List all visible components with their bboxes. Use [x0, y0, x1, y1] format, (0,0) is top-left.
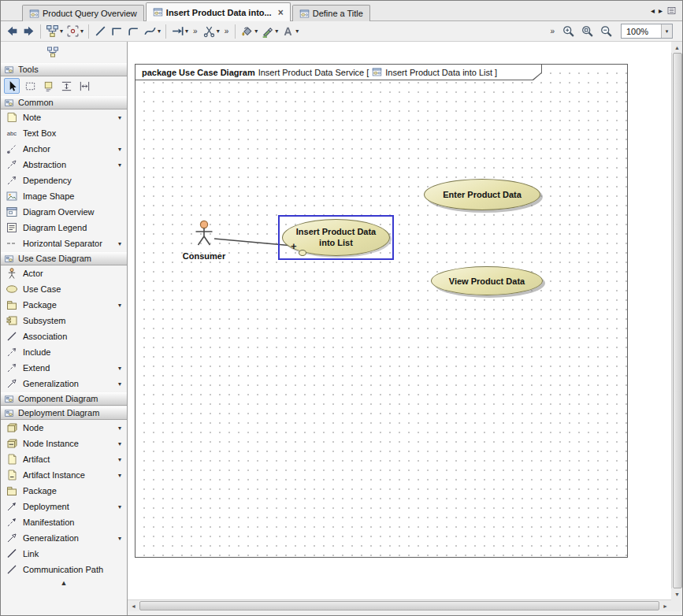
scroll-right-icon[interactable]: ►: [659, 600, 671, 611]
dropdown-arrow-icon[interactable]: ▾: [118, 440, 121, 447]
palette-item-link[interactable]: Link: [1, 546, 127, 562]
dropdown-arrow-icon[interactable]: ▾: [185, 28, 188, 35]
view-overflow-button[interactable]: »: [550, 27, 555, 35]
tool-sticky[interactable]: [40, 78, 56, 94]
palette-item-note[interactable]: Note▾: [1, 109, 127, 125]
preferred-path-button[interactable]: ▾: [169, 23, 190, 40]
grid-options-button[interactable]: ▾: [65, 23, 85, 40]
palette-item-diagram-overview[interactable]: Diagram Overview: [1, 204, 127, 220]
rounded-path-button[interactable]: [125, 23, 142, 40]
palette-item-dependency[interactable]: Dependency: [1, 173, 127, 188]
cut-button[interactable]: ▾: [201, 23, 221, 40]
tab-scroll-left-icon[interactable]: ◂: [651, 6, 655, 15]
palette-section-component-diagram[interactable]: Component Diagram: [1, 391, 127, 406]
palette-item-package[interactable]: Package: [1, 483, 127, 499]
palette-item-artifact-instance[interactable]: Artifact Instance▾: [1, 467, 127, 483]
scroll-down-icon[interactable]: ▼: [671, 588, 683, 599]
dropdown-arrow-icon[interactable]: ▾: [118, 380, 121, 388]
diagram-canvas[interactable]: package Use Case Diagram Insert Product …: [128, 42, 671, 599]
diagram-layout-button[interactable]: ▾: [44, 23, 65, 40]
dropdown-arrow-icon[interactable]: ▾: [60, 28, 63, 35]
palette-item-anchor[interactable]: Anchor▾: [1, 141, 127, 157]
font-color-button[interactable]: ▾: [280, 23, 300, 40]
palette-item-manifestation[interactable]: Manifestation: [1, 514, 127, 530]
dropdown-arrow-icon[interactable]: ▾: [118, 302, 121, 309]
dropdown-arrow-icon[interactable]: ▾: [118, 240, 121, 247]
dropdown-arrow-icon[interactable]: ▾: [254, 28, 258, 35]
palette-item-generalization[interactable]: Generalization▾: [1, 376, 127, 391]
vertical-scroll-thumb[interactable]: [673, 53, 682, 588]
handle-ellipse-icon[interactable]: [299, 250, 306, 256]
dropdown-arrow-icon[interactable]: ▾: [80, 28, 84, 35]
actor-consumer[interactable]: [194, 220, 214, 250]
scroll-up-icon[interactable]: ▲: [671, 42, 683, 53]
dropdown-arrow-icon[interactable]: ▾: [118, 535, 121, 542]
paths-overflow-button[interactable]: »: [193, 27, 198, 35]
dropdown-arrow-icon[interactable]: ▾: [118, 161, 121, 169]
palette-item-horizontal-separator[interactable]: Horizontal Separator▾: [1, 236, 127, 251]
fill-color-button[interactable]: ▾: [239, 23, 259, 40]
structure-button[interactable]: [44, 44, 61, 60]
palette-item-deployment[interactable]: Deployment▾: [1, 499, 127, 514]
palette-item-text-box[interactable]: abcText Box: [1, 125, 127, 141]
palette-section-use-case-diagram[interactable]: Use Case Diagram: [1, 251, 127, 265]
palette-item-communication-path[interactable]: Communication Path: [1, 562, 127, 577]
edit-overflow-button[interactable]: »: [225, 27, 229, 35]
back-button[interactable]: [4, 23, 20, 40]
usecase-view-product-data[interactable]: View Product Data: [431, 266, 543, 295]
dropdown-arrow-icon[interactable]: ▾: [275, 28, 278, 35]
dropdown-arrow-icon[interactable]: ▾: [217, 28, 220, 35]
zoom-dropdown-icon[interactable]: ▾: [661, 24, 672, 38]
zoom-out-button[interactable]: [598, 23, 614, 40]
tab-define-a-title[interactable]: Define a Title: [292, 5, 370, 21]
palette-item-diagram-legend[interactable]: Diagram Legend: [1, 220, 127, 236]
palette-section-deployment-diagram[interactable]: Deployment Diagram: [1, 406, 127, 420]
handle-plus-icon[interactable]: +: [291, 241, 297, 251]
palette-item-include[interactable]: Include: [1, 344, 127, 360]
dropdown-arrow-icon[interactable]: ▾: [118, 365, 121, 372]
palette-item-use-case[interactable]: Use Case: [1, 281, 127, 297]
horizontal-scroll-thumb[interactable]: [139, 601, 659, 610]
dropdown-arrow-icon[interactable]: ▾: [118, 114, 121, 121]
palette-item-image-shape[interactable]: Image Shape: [1, 188, 127, 204]
palette-item-association[interactable]: Association: [1, 328, 127, 344]
zoom-combobox[interactable]: 100% ▾: [621, 24, 673, 39]
dropdown-arrow-icon[interactable]: ▾: [158, 28, 161, 35]
tool-distribute-horizontal[interactable]: [76, 78, 92, 94]
palette-item-actor[interactable]: Actor: [1, 265, 127, 281]
palette-section-tools[interactable]: Tools: [1, 62, 127, 76]
dropdown-arrow-icon[interactable]: ▾: [118, 425, 121, 432]
palette-item-abstraction[interactable]: Abstraction▾: [1, 157, 127, 173]
line-color-button[interactable]: ▾: [259, 23, 280, 40]
palette-item-node[interactable]: Node▾: [1, 420, 127, 436]
tab-close-icon[interactable]: ×: [278, 8, 284, 17]
palette-item-artifact[interactable]: Artifact▾: [1, 451, 127, 467]
palette-section-common[interactable]: Common: [1, 95, 127, 109]
palette-item-subsystem[interactable]: Subsystem: [1, 313, 127, 328]
zoom-original-button[interactable]: [579, 23, 596, 40]
vertical-scrollbar[interactable]: ▲ ▼: [671, 42, 682, 599]
horizontal-scrollbar[interactable]: ◄ ►: [128, 599, 671, 611]
palette-item-node-instance[interactable]: Node Instance▾: [1, 436, 127, 451]
rectilinear-path-button[interactable]: [109, 23, 125, 40]
tab-product-query-overview[interactable]: Product Query Overview: [22, 5, 144, 21]
scroll-left-icon[interactable]: ◄: [128, 600, 139, 611]
tool-distribute-vertical[interactable]: [58, 78, 74, 94]
bezier-path-button[interactable]: ▾: [142, 23, 162, 40]
dropdown-arrow-icon[interactable]: ▾: [295, 28, 299, 35]
tab-scroll-right-icon[interactable]: ▸: [659, 6, 663, 15]
tool-pointer[interactable]: [4, 78, 20, 94]
usecase-selection-box[interactable]: Insert Product Data into List +: [278, 215, 394, 260]
palette-item-extend[interactable]: Extend▾: [1, 360, 127, 376]
dropdown-arrow-icon[interactable]: ▾: [118, 456, 121, 463]
dropdown-arrow-icon[interactable]: ▾: [118, 472, 121, 479]
usecase-enter-product-data[interactable]: Enter Product Data: [424, 179, 540, 210]
forward-button[interactable]: [20, 23, 37, 40]
tab-list-icon[interactable]: [666, 6, 677, 16]
oblique-path-button[interactable]: [92, 23, 109, 40]
tab-insert-product-data-into[interactable]: Insert Product Data into...×: [146, 2, 291, 21]
palette-item-package[interactable]: Package▾: [1, 297, 127, 313]
usecase-insert-product-data[interactable]: Insert Product Data into List: [282, 219, 390, 256]
palette-item-generalization[interactable]: Generalization▾: [1, 530, 127, 546]
palette-scroll-up-icon[interactable]: ▲: [1, 579, 127, 587]
